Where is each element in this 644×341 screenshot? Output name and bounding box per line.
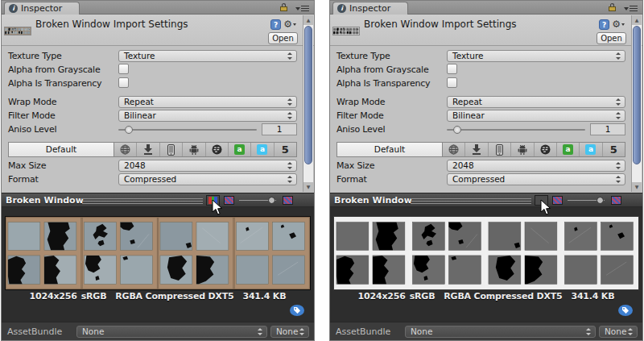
tab-inspector[interactable]: i Inspector: [4, 2, 80, 15]
dropdown-stepper-icon: [287, 112, 293, 119]
lock-icon[interactable]: [280, 3, 288, 12]
web-platform-icon[interactable]: [114, 143, 136, 156]
assetbundle-variant-dropdown[interactable]: None: [599, 326, 638, 338]
webgl-platform-icon[interactable]: 5: [602, 143, 625, 156]
vertical-scrollbar[interactable]: ▲ ▼: [631, 15, 642, 192]
android-platform-icon[interactable]: [510, 143, 533, 156]
format-dropdown[interactable]: Compressed: [118, 173, 297, 185]
alpha-is-transparency-label: Alpha Is Transparency: [336, 78, 430, 89]
aniso-slider-handle[interactable]: [125, 126, 133, 134]
scrollbar-down-button[interactable]: ▼: [303, 182, 313, 192]
standalone-platform-icon[interactable]: [136, 143, 159, 156]
preview-drag-handle[interactable]: [82, 198, 203, 204]
inspector-panel: i Inspector Broken Window Import Setting…: [330, 1, 642, 340]
gear-icon[interactable]: ⚙: [612, 19, 625, 30]
texture-type-value: Texture: [124, 51, 155, 60]
mip-slider-handle[interactable]: [268, 197, 275, 204]
tizen-glyph: a: [563, 144, 573, 155]
preview-header[interactable]: Broken Window A: [2, 193, 314, 207]
texture-type-dropdown[interactable]: Texture: [118, 50, 297, 62]
tab-menu-icon[interactable]: [295, 6, 309, 12]
blackberry-platform-icon[interactable]: [205, 143, 228, 156]
wrap-mode-row: Wrap Mode Repeat: [336, 96, 625, 109]
alpha-from-grayscale-row: Alpha from Grayscale: [8, 64, 297, 77]
assetbundle-dropdown[interactable]: None: [405, 326, 596, 338]
mip-slider-handle[interactable]: [597, 197, 604, 204]
aniso-slider-handle[interactable]: [453, 126, 461, 134]
assetbundle-variant-dropdown[interactable]: None: [270, 326, 309, 338]
texture-thumbnail: [333, 27, 359, 35]
mip-level-slider[interactable]: [568, 200, 605, 201]
tab-inspector[interactable]: i Inspector: [332, 2, 408, 15]
mip-level-slider[interactable]: [239, 200, 276, 201]
ios-platform-icon[interactable]: [159, 143, 182, 156]
web-platform-icon[interactable]: [443, 143, 464, 156]
max-size-dropdown[interactable]: 2048: [118, 160, 297, 172]
aniso-value-field[interactable]: 1: [262, 123, 297, 135]
assetbundle-tag-button[interactable]: [290, 305, 304, 316]
scrollbar-up-button[interactable]: ▲: [303, 15, 313, 25]
aniso-slider[interactable]: [118, 129, 257, 131]
texture-type-dropdown[interactable]: Texture: [447, 50, 625, 62]
texture-preview: [6, 217, 310, 289]
filter-mode-dropdown[interactable]: Bilinear: [447, 110, 625, 122]
workspace: i Inspector Broken Window Import Setting…: [0, 0, 644, 341]
texture-type-value: Texture: [452, 51, 483, 60]
max-size-label: Max Size: [336, 160, 374, 171]
samsung-tv-platform-icon[interactable]: a: [579, 143, 601, 156]
tab-default-platform[interactable]: Default: [336, 142, 443, 157]
open-button[interactable]: Open: [597, 32, 626, 44]
wrap-mode-dropdown[interactable]: Repeat: [118, 96, 297, 108]
texture-filesize: 341.4 KB: [242, 291, 286, 301]
scrollbar-up-button[interactable]: ▲: [632, 15, 642, 25]
gear-icon[interactable]: ⚙: [283, 19, 296, 30]
aniso-slider[interactable]: [447, 129, 585, 131]
lock-icon[interactable]: [609, 3, 617, 12]
preview-drag-handle[interactable]: [411, 198, 531, 204]
format-label: Format: [336, 174, 367, 185]
tizen-platform-icon[interactable]: a: [228, 143, 250, 156]
alpha-from-grayscale-checkbox[interactable]: [447, 64, 457, 74]
help-button[interactable]: ?: [599, 19, 609, 30]
alpha-is-transparency-checkbox[interactable]: [447, 77, 457, 88]
android-platform-icon[interactable]: [182, 143, 204, 156]
vertical-scrollbar[interactable]: ▲ ▼: [303, 15, 313, 192]
format-dropdown[interactable]: Compressed: [447, 173, 625, 185]
tab-default-platform[interactable]: Default: [8, 142, 114, 157]
assetbundle-tag-button[interactable]: [618, 305, 633, 316]
page-title: Broken Window Import Settings: [364, 19, 517, 30]
preview-header[interactable]: Broken Window A: [330, 193, 642, 207]
scrollbar-down-button[interactable]: ▼: [632, 182, 642, 192]
texture-dimensions: 1024x256: [358, 291, 406, 301]
wrap-mode-dropdown[interactable]: Repeat: [447, 96, 625, 108]
scrollbar-thumb[interactable]: [304, 26, 312, 164]
texture-thumbnail: [5, 27, 31, 35]
webgl-glyph: 5: [282, 144, 289, 155]
standalone-platform-icon[interactable]: [464, 143, 487, 156]
blackberry-platform-icon[interactable]: [534, 143, 556, 156]
wrap-mode-value: Repeat: [124, 97, 154, 106]
webgl-platform-icon[interactable]: 5: [274, 143, 296, 156]
open-button[interactable]: Open: [268, 32, 298, 44]
scrollbar-thumb[interactable]: [633, 26, 641, 164]
alpha-is-transparency-label: Alpha Is Transparency: [8, 78, 101, 89]
alpha-is-transparency-row: Alpha Is Transparency: [8, 77, 297, 90]
max-size-dropdown[interactable]: 2048: [447, 160, 625, 172]
samsung-tv-platform-icon[interactable]: a: [250, 143, 273, 156]
alpha-from-grayscale-checkbox[interactable]: [118, 64, 129, 74]
texture-info: 1024x256sRGBRGBA Compressed DXT5341.4 KB: [330, 291, 642, 301]
page-title: Broken Window Import Settings: [35, 19, 188, 30]
assetbundle-dropdown[interactable]: None: [76, 326, 267, 338]
format-value: Compressed: [124, 174, 176, 184]
filter-mode-dropdown[interactable]: Bilinear: [118, 110, 297, 122]
texture-type-row: Texture Type Texture: [336, 50, 625, 63]
ios-platform-icon[interactable]: [488, 143, 510, 156]
tizen-platform-icon[interactable]: a: [556, 143, 579, 156]
tab-menu-icon[interactable]: [624, 6, 638, 12]
texture-info: 1024x256sRGBRGBA Compressed DXT5341.4 KB: [2, 291, 314, 301]
aniso-value-field[interactable]: 1: [590, 123, 625, 135]
format-row: Format Compressed: [336, 173, 625, 186]
help-button[interactable]: ?: [270, 19, 281, 30]
alpha-is-transparency-checkbox[interactable]: [118, 77, 129, 88]
tab-label: Inspector: [349, 3, 390, 14]
